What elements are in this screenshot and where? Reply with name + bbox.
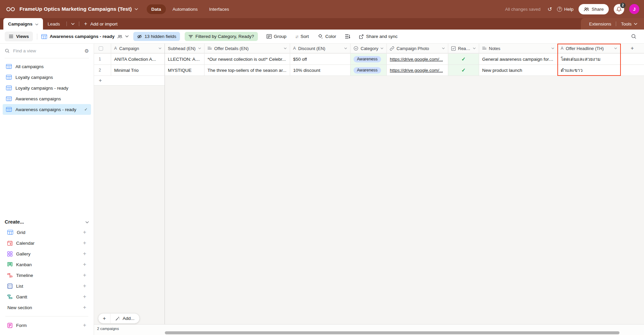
cell-discount[interactable]: $50 off: [290, 54, 351, 65]
add-with-ai-button[interactable]: Add...: [110, 316, 139, 321]
column-header-campaign[interactable]: A Campaign: [111, 44, 165, 53]
cell-campaign[interactable]: ANITA Collection A...: [111, 54, 165, 65]
plus-icon[interactable]: +: [83, 229, 86, 236]
share-button[interactable]: Share: [579, 4, 609, 14]
frozen-column-divider[interactable]: [165, 44, 165, 324]
create-new-section[interactable]: New section +: [5, 302, 89, 313]
plus-icon[interactable]: +: [83, 272, 86, 279]
notifications-button[interactable]: 2: [614, 4, 624, 14]
cell-ready[interactable]: ✓: [448, 54, 479, 65]
chevron-down-icon[interactable]: [35, 21, 38, 27]
table-list-chevron-icon[interactable]: [68, 23, 77, 25]
cell-offer-details[interactable]: *Our newest collection is out!* Celebr..…: [204, 54, 290, 65]
find-view-input[interactable]: [13, 48, 81, 53]
history-icon[interactable]: ↺: [548, 6, 552, 12]
views-button[interactable]: Views: [5, 32, 33, 41]
cell-offer-headline-th[interactable]: ดำและขาว: [558, 65, 620, 76]
group-button[interactable]: Group: [267, 34, 287, 39]
create-list[interactable]: List +: [5, 281, 89, 291]
cell-category[interactable]: Awareness: [351, 54, 387, 65]
column-header-subhead-en[interactable]: Subhead (EN): [165, 44, 204, 53]
cell-campaign-photo[interactable]: https://drive.google.com/...: [387, 54, 448, 65]
create-kanban[interactable]: Kanban +: [5, 259, 89, 270]
plus-icon[interactable]: +: [83, 261, 86, 268]
tab-leads[interactable]: Leads: [43, 18, 65, 30]
color-button[interactable]: Color: [318, 34, 336, 39]
column-header-offer-details-en[interactable]: Offer Details (EN): [204, 44, 290, 53]
cell-campaign[interactable]: Minimal Trio: [111, 65, 165, 76]
row-number-cell[interactable]: 2: [94, 65, 111, 76]
sidebar-view-all-campaigns[interactable]: All campaigns: [3, 61, 91, 72]
filter-badge[interactable]: Filtered by Category, Ready?: [185, 32, 258, 41]
chevron-down-icon[interactable]: [157, 47, 162, 49]
chevron-down-icon[interactable]: [379, 47, 383, 49]
column-header-discount-en[interactable]: A Discount (EN): [290, 44, 351, 53]
horizontal-scrollbar[interactable]: [165, 331, 619, 334]
plus-icon[interactable]: +: [83, 240, 86, 246]
chevron-down-icon[interactable]: [550, 47, 554, 49]
current-view-button[interactable]: Awareness campaigns - ready: [41, 34, 129, 39]
create-timeline[interactable]: Timeline +: [5, 270, 89, 281]
avatar[interactable]: J: [629, 4, 639, 14]
row-number-cell[interactable]: 1: [94, 54, 111, 65]
search-icon[interactable]: [631, 34, 637, 39]
create-calendar[interactable]: Calendar +: [5, 238, 89, 248]
plus-icon[interactable]: +: [83, 250, 86, 257]
column-header-offer-headline-th[interactable]: A Offer Headline (TH): [558, 44, 620, 53]
cell-subhead[interactable]: MYSTIQUE: [165, 65, 204, 76]
cell-campaign-photo[interactable]: https://drive.google.com/...: [387, 65, 448, 76]
url-link[interactable]: https://drive.google.com/...: [390, 68, 443, 73]
chevron-down-icon[interactable]: [135, 8, 138, 10]
sidebar-view-awareness-campaigns-ready[interactable]: Awareness campaigns - ready ✓: [3, 104, 91, 115]
gear-icon[interactable]: ⚙: [85, 48, 89, 54]
sidebar-view-awareness-campaigns[interactable]: Awareness campaigns: [3, 93, 91, 104]
column-header-campaign-photo[interactable]: Campaign Photo: [387, 44, 448, 53]
plus-icon[interactable]: +: [83, 283, 86, 289]
nav-data[interactable]: Data: [147, 4, 166, 14]
select-all-cell[interactable]: [94, 44, 111, 53]
cell-discount[interactable]: 10% discount: [290, 65, 351, 76]
base-title[interactable]: FrameUp Optics Marketing Campaigns (Test…: [19, 6, 132, 12]
cell-category[interactable]: Awareness: [351, 65, 387, 76]
share-and-sync-button[interactable]: Share and sync: [359, 34, 398, 39]
sidebar-view-loyalty-campaigns-ready[interactable]: Loyalty campaigns - ready: [3, 83, 91, 93]
row-height-button[interactable]: [345, 34, 350, 39]
cell-notes[interactable]: General awareness campaign for n...: [479, 54, 558, 65]
column-header-ready[interactable]: Ready?: [448, 44, 479, 53]
cell-offer-details[interactable]: The three top-sellers of the season ar..…: [204, 65, 290, 76]
cell-offer-headline-th[interactable]: โดดเด่นและสวยงาม: [558, 54, 620, 65]
airtable-logo-icon[interactable]: [6, 7, 15, 12]
create-form[interactable]: Form +: [5, 320, 89, 331]
nav-interfaces[interactable]: Interfaces: [204, 4, 234, 14]
chevron-down-icon[interactable]: [342, 47, 347, 49]
create-gantt[interactable]: Gantt +: [5, 291, 89, 302]
checkbox-icon[interactable]: [99, 46, 103, 51]
help-button[interactable]: ? Help: [557, 7, 573, 12]
add-row-button[interactable]: +: [94, 76, 165, 86]
url-link[interactable]: https://drive.google.com/...: [390, 57, 443, 62]
plus-icon[interactable]: +: [83, 293, 86, 300]
sidebar-view-loyalty-campaigns[interactable]: Loyalty campaigns: [3, 72, 91, 83]
column-header-notes[interactable]: Notes: [479, 44, 558, 53]
chevron-down-icon[interactable]: [440, 47, 445, 49]
create-header[interactable]: Create...: [5, 217, 89, 227]
sort-button[interactable]: ↓↑ Sort: [295, 34, 309, 39]
create-gallery[interactable]: Gallery +: [5, 248, 89, 259]
cell-notes[interactable]: New product launch: [479, 65, 558, 76]
add-or-import-button[interactable]: + Add or import: [81, 18, 121, 30]
cell-subhead[interactable]: LLECTION: ANITA: [165, 54, 204, 65]
tools-button[interactable]: Tools: [621, 21, 637, 27]
chevron-down-icon[interactable]: [612, 47, 617, 49]
column-header-category[interactable]: Category: [351, 44, 387, 53]
tab-campaigns[interactable]: Campaigns: [3, 18, 43, 30]
hidden-fields-badge[interactable]: 13 hidden fields: [133, 32, 180, 41]
chevron-down-icon[interactable]: [282, 47, 287, 49]
chevron-down-icon[interactable]: [196, 47, 201, 49]
chevron-down-icon[interactable]: [471, 47, 476, 49]
cell-ready[interactable]: ✓: [448, 65, 479, 76]
extensions-button[interactable]: Extensions: [589, 21, 611, 27]
plus-icon[interactable]: +: [83, 304, 86, 311]
create-grid[interactable]: Grid +: [5, 227, 89, 238]
plus-icon[interactable]: +: [83, 322, 86, 329]
nav-automations[interactable]: Automations: [168, 4, 202, 14]
